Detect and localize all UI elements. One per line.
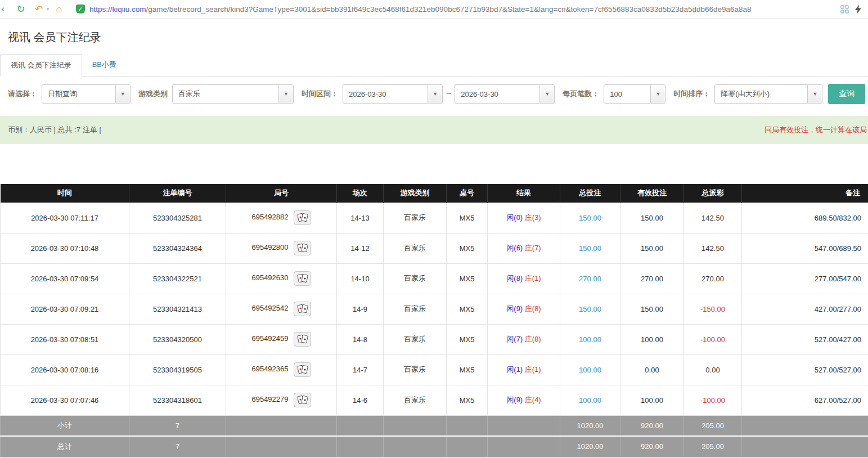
subtotal-total-bet: 1020.00 <box>560 415 620 436</box>
query-type-value: 日期查询 <box>42 89 115 99</box>
cell-payout: -100.00 <box>684 385 742 415</box>
page-size-select[interactable]: 100 ▼ <box>604 84 665 104</box>
table-row: 2026-03-30 07:09:54523304322521695492630… <box>1 263 868 294</box>
header-round: 局号 <box>226 184 337 203</box>
total-bet-link[interactable]: 100.00 <box>579 366 601 374</box>
cell-bet-id: 523304320500 <box>129 324 226 354</box>
tab-betrecord[interactable]: 视讯 会员下注纪录 <box>0 54 82 77</box>
total-count: 7 <box>129 436 226 457</box>
subtotal-valid-bet: 920.00 <box>620 415 684 436</box>
total-bet-link[interactable]: 270.00 <box>579 275 601 283</box>
cell-round: 695492630 <box>226 263 337 294</box>
cell-valid-bet: 100.00 <box>620 324 684 354</box>
table-row: 2026-03-30 07:11:17523304325281695492882… <box>1 203 868 233</box>
cell-result: 闲(0) 庄(3) <box>488 203 560 233</box>
game-type-label: 游戏类别 <box>138 89 168 99</box>
cell-round: 695492882 <box>226 203 337 233</box>
cell-payout: 142.50 <box>684 233 742 263</box>
view-cards-icon[interactable] <box>294 362 311 377</box>
cell-valid-bet: 150.00 <box>620 294 684 324</box>
cell-table-no: MX5 <box>447 294 488 324</box>
speed-dial-icon[interactable] <box>839 2 850 16</box>
cell-total-bet: 150.00 <box>560 233 620 263</box>
cell-result: 闲(1) 庄(1) <box>488 354 560 385</box>
total-bet-link[interactable]: 150.00 <box>579 214 601 222</box>
chevron-down-icon: ▼ <box>115 85 130 103</box>
total-bet-link[interactable]: 100.00 <box>579 396 601 405</box>
page-size-value: 100 <box>604 90 650 98</box>
result-player: 闲(9) <box>506 304 523 313</box>
header-payout: 总派彩 <box>684 184 742 203</box>
refresh-icon[interactable]: ↻ <box>14 2 28 16</box>
view-cards-icon[interactable] <box>294 393 311 407</box>
cell-result: 闲(9) 庄(4) <box>488 385 560 415</box>
header-note: 备注 <box>742 184 868 203</box>
view-cards-icon[interactable] <box>294 332 311 347</box>
result-player: 闲(7) <box>506 335 523 343</box>
cell-valid-bet: 270.00 <box>620 263 684 294</box>
chevron-down-icon: ▼ <box>278 85 293 103</box>
date-to-select[interactable]: 2026-03-30 ▼ <box>455 84 555 104</box>
undo-dropdown-icon[interactable]: ▼ <box>46 7 50 12</box>
cell-table-no: MX5 <box>447 233 488 263</box>
summary-bar: 币别：人民币 | 总共 :7 注单 | 同局有效投注，统一计算在该局 <box>0 116 868 144</box>
header-game-type: 游戏类别 <box>384 184 447 203</box>
cell-result: 闲(6) 庄(7) <box>488 233 560 263</box>
view-cards-icon[interactable] <box>294 210 311 225</box>
total-bet-link[interactable]: 100.00 <box>579 335 601 344</box>
total-bet-link[interactable]: 150.00 <box>579 244 601 253</box>
query-type-select[interactable]: 日期查询 ▼ <box>42 84 131 104</box>
cell-game-type: 百家乐 <box>384 385 447 415</box>
secure-shield-icon[interactable]: ✓ <box>76 5 85 14</box>
time-sort-select[interactable]: 降幂(由大到小) ▼ <box>714 84 822 104</box>
header-table-no: 桌号 <box>447 184 488 203</box>
game-type-select[interactable]: 百家乐 ▼ <box>172 84 294 104</box>
cell-note: 689.50/832.00 <box>742 203 868 233</box>
view-cards-icon[interactable] <box>294 271 311 286</box>
range-separator: ~ <box>446 89 451 99</box>
result-banker: 庄(8) <box>525 335 541 343</box>
cell-time: 2026-03-30 07:10:48 <box>1 233 129 263</box>
header-bet-id: 注单编号 <box>129 184 226 203</box>
page-size-label: 每页笔数： <box>563 89 599 99</box>
back-icon[interactable]: ‹ <box>0 2 10 16</box>
cell-game-type: 百家乐 <box>384 203 447 233</box>
cell-time: 2026-03-30 07:08:51 <box>1 324 129 354</box>
view-cards-icon[interactable] <box>294 302 311 316</box>
cell-round: 695492365 <box>226 354 337 385</box>
cell-valid-bet: 0.00 <box>620 354 684 385</box>
result-banker: 庄(4) <box>525 396 541 404</box>
result-banker: 庄(1) <box>525 274 541 282</box>
cell-payout: 142.50 <box>684 203 742 233</box>
cell-bet-id: 523304325281 <box>129 203 226 233</box>
cell-payout: 0.00 <box>684 354 742 385</box>
undo-icon[interactable]: ↶ <box>32 2 46 16</box>
cell-table-no: MX5 <box>447 203 488 233</box>
browser-toolbar: ‹ ↻ ↶ ▼ ⌂ ✓ https://kiqiiu.com/game/betr… <box>0 0 868 19</box>
date-from-select[interactable]: 2026-03-30 ▼ <box>343 84 443 104</box>
view-cards-icon[interactable] <box>294 241 311 255</box>
total-bet-link[interactable]: 150.00 <box>579 305 601 313</box>
cell-round: 695492800 <box>226 233 337 263</box>
home-icon[interactable]: ⌂ <box>52 2 66 16</box>
table-row: 2026-03-30 07:08:16523304319505695492365… <box>1 354 868 385</box>
cell-note: 527.00/427.00 <box>742 324 868 354</box>
cell-game-type: 百家乐 <box>384 263 447 294</box>
cell-valid-bet: 150.00 <box>620 203 684 233</box>
chevron-down-icon: ▼ <box>807 85 822 103</box>
subtotal-label: 小计 <box>1 415 129 436</box>
cell-note: 627.00/527.00 <box>742 385 868 415</box>
cell-bet-id: 523304321413 <box>129 294 226 324</box>
search-button[interactable]: 查询 <box>828 84 865 104</box>
betting-records-table: 时间 注单编号 局号 场次 游戏类别 桌号 结果 总投注 有效投注 总派彩 备注… <box>0 184 868 457</box>
address-bar[interactable]: https://kiqiiu.com/game/betrecord_search… <box>89 5 835 14</box>
tab-bb-tip[interactable]: BB小费 <box>82 54 127 76</box>
cell-total-bet: 270.00 <box>560 263 620 294</box>
cell-session: 14-9 <box>337 294 384 324</box>
flash-icon[interactable] <box>852 2 863 16</box>
cell-round: 695492542 <box>226 294 337 324</box>
result-banker: 庄(1) <box>525 365 541 374</box>
date-to-value: 2026-03-30 <box>455 90 539 98</box>
tab-bar: 视讯 会员下注纪录 BB小费 <box>0 54 868 77</box>
select-type-label: 请选择： <box>8 89 37 99</box>
